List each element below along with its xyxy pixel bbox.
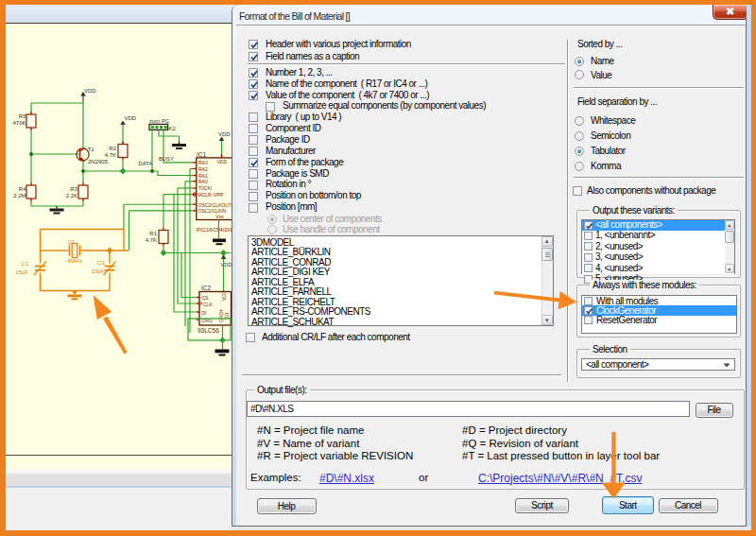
svg-text:zum PC: zum PC — [149, 118, 170, 124]
svg-text:93LC56: 93LC56 — [198, 327, 219, 334]
svg-text:R2: R2 — [109, 146, 116, 151]
svg-text:C1: C1 — [21, 261, 28, 267]
svg-text:2N2905: 2N2905 — [88, 159, 109, 164]
svg-text:IC1: IC1 — [197, 151, 207, 158]
svg-text:PIC16C54(DIL18): PIC16C54(DIL18) — [197, 227, 232, 233]
svg-text:VDD: VDD — [84, 88, 96, 94]
svg-text:470K: 470K — [12, 120, 26, 126]
svg-text:15pF: 15pF — [92, 268, 105, 274]
svg-text:Q1: Q1 — [68, 239, 77, 245]
svg-text:RA1: RA1 — [198, 173, 208, 179]
svg-text:K2: K2 — [169, 126, 177, 131]
svg-text:R1: R1 — [149, 231, 157, 236]
svg-text:4,7K: 4,7K — [146, 237, 157, 243]
svg-text:IC2: IC2 — [201, 285, 212, 291]
svg-text:OSC2/CLKOUT: OSC2/CLKOUT — [198, 202, 232, 208]
svg-text:2,2K: 2,2K — [66, 193, 77, 199]
svg-text:DATA: DATA — [139, 161, 153, 166]
svg-text:VDD: VDD — [125, 115, 137, 121]
svg-text:BUSY: BUSY — [159, 156, 174, 162]
svg-text:RA0: RA0 — [198, 179, 208, 184]
svg-text:R4: R4 — [19, 186, 26, 192]
svg-text:ORG: ORG — [202, 318, 214, 323]
svg-text:OSC1/CLKIN: OSC1/CLKIN — [198, 208, 227, 214]
svg-text:C3: C3 — [97, 260, 105, 266]
svg-text:Vss: Vss — [215, 214, 224, 219]
svg-text:R5: R5 — [19, 113, 26, 119]
svg-text:VDD: VDD — [221, 290, 227, 301]
svg-text:RA2: RA2 — [198, 166, 208, 172]
svg-text:VDD: VDD — [216, 159, 227, 164]
svg-text:CLK: CLK — [203, 302, 213, 307]
svg-text:MCLR /VPP: MCLR /VPP — [198, 192, 225, 198]
svg-text:DI: DI — [202, 310, 207, 316]
svg-text:T0CKI: T0CKI — [198, 185, 212, 191]
svg-text:VDD: VDD — [221, 262, 232, 268]
svg-text:VDD: VDD — [218, 131, 231, 137]
svg-text:15pF: 15pF — [15, 269, 28, 275]
svg-text:2,2M: 2,2M — [13, 193, 26, 199]
svg-text:R3: R3 — [70, 186, 77, 192]
svg-text:RA3: RA3 — [198, 160, 208, 165]
svg-text:T1: T1 — [88, 147, 95, 152]
svg-text:4,7K: 4,7K — [105, 152, 116, 158]
svg-text:4MHz: 4MHz — [67, 258, 82, 264]
svg-text:CS: CS — [202, 295, 210, 301]
